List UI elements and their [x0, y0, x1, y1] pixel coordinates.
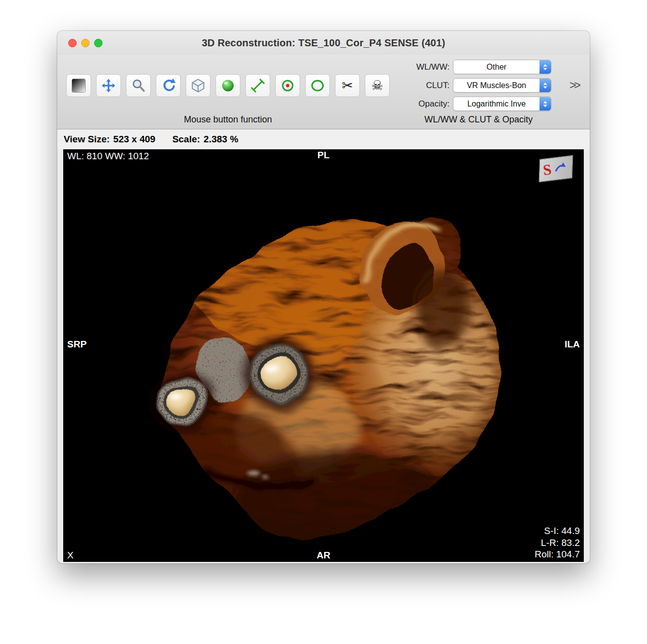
- scissors-tool-button[interactable]: ✂: [335, 74, 360, 97]
- orientation-label-left: SRP: [67, 339, 87, 350]
- toolbar-overflow-button[interactable]: >>: [569, 79, 581, 92]
- rotate-tool-button[interactable]: [156, 74, 181, 97]
- orientation-cube-widget[interactable]: S: [539, 155, 573, 183]
- wlww-dropdown-label: WL/WW:: [408, 62, 449, 72]
- opacity-dropdown-value: Logarithmic Inve: [453, 100, 539, 108]
- length-measure-icon: [250, 78, 265, 93]
- corner-label-x: X: [67, 550, 74, 561]
- mouse-tool-group: ✂ ☠: [66, 74, 390, 97]
- oval-roi-tool-button[interactable]: [305, 74, 330, 97]
- rotate-arrow-icon: [161, 78, 176, 93]
- sphere-icon: [220, 78, 235, 93]
- mouse-function-caption: Mouse button function: [66, 114, 390, 125]
- bone-removal-tool-button[interactable]: ☠: [365, 74, 390, 97]
- wlww-clut-opacity-caption: WL/WW & CLUT & Opacity: [407, 114, 550, 125]
- wlww-dropdown-value: Other: [453, 63, 539, 72]
- zoom-window-button[interactable]: [94, 39, 103, 47]
- cube-3d-icon: [191, 78, 206, 93]
- skull-crossbones-icon: ☠: [371, 79, 383, 92]
- oval-roi-icon: [310, 78, 325, 93]
- orientation-label-top: PL: [318, 150, 329, 161]
- opacity-dropdown[interactable]: Logarithmic Inve: [453, 97, 551, 111]
- minimize-button[interactable]: [81, 39, 90, 47]
- scale-value: 2.383 %: [204, 134, 238, 145]
- volume-render: [63, 149, 584, 562]
- wlww-clut-opacity-group: WL/WW: Other CLUT: VR Muscles-Bon: [408, 60, 581, 111]
- chevron-up-down-icon: [539, 60, 551, 74]
- circle-point-roi-icon: [280, 78, 295, 93]
- 3d-viewport[interactable]: WL: 810 WW: 1012 PL SRP ILA AR X S-I: 44…: [63, 149, 584, 562]
- scissors-icon: ✂: [342, 79, 353, 92]
- opacity-dropdown-label: Opacity:: [408, 99, 449, 109]
- sphere-tool-button[interactable]: [216, 74, 240, 97]
- lr-readout: L-R: 83.2: [535, 537, 580, 548]
- view-size-label: View Size:: [64, 134, 110, 145]
- pan-arrows-icon: [101, 78, 116, 93]
- orientation-cube-letter: S: [542, 162, 552, 178]
- info-bar: View Size: 523 x 409 Scale: 2.383 %: [57, 129, 590, 149]
- clut-dropdown-label: CLUT:: [408, 81, 449, 91]
- orientation-label-bottom: AR: [317, 550, 330, 561]
- toolbar: ✂ ☠ WL/WW: Other: [57, 55, 590, 129]
- wlww-tool-button[interactable]: [66, 74, 91, 97]
- close-button[interactable]: [68, 39, 77, 47]
- roll-readout: Roll: 104.7: [535, 548, 580, 560]
- si-readout: S-I: 44.9: [535, 525, 580, 537]
- length-tool-button[interactable]: [245, 74, 270, 97]
- orientation-cube-arrow-icon: [552, 161, 569, 175]
- scale-label: Scale:: [172, 134, 200, 145]
- wlww-gradient-icon: [71, 78, 86, 93]
- 3d-camera-tool-button[interactable]: [186, 74, 211, 97]
- wl-ww-readout: WL: 810 WW: 1012: [67, 151, 149, 162]
- view-size-value: 523 x 409: [113, 134, 156, 145]
- traffic-lights: [68, 31, 103, 55]
- magnifier-icon: [131, 78, 146, 93]
- point-roi-tool-button[interactable]: [275, 74, 300, 97]
- chevron-up-down-icon: [539, 97, 551, 110]
- wlww-dropdown[interactable]: Other: [453, 60, 551, 74]
- rotation-readout: S-I: 44.9 L-R: 83.2 Roll: 104.7: [535, 525, 580, 560]
- orientation-label-right: ILA: [564, 339, 580, 350]
- zoom-tool-button[interactable]: [126, 74, 151, 97]
- pan-tool-button[interactable]: [96, 74, 121, 97]
- clut-dropdown[interactable]: VR Muscles-Bon: [453, 78, 551, 93]
- titlebar[interactable]: 3D Reconstruction: TSE_100_Cor_P4 SENSE …: [57, 31, 590, 55]
- clut-dropdown-value: VR Muscles-Bon: [453, 81, 539, 90]
- chevron-up-down-icon: [539, 79, 551, 92]
- window-title: 3D Reconstruction: TSE_100_Cor_P4 SENSE …: [202, 37, 445, 49]
- 3d-reconstruction-window: 3D Reconstruction: TSE_100_Cor_P4 SENSE …: [57, 31, 590, 563]
